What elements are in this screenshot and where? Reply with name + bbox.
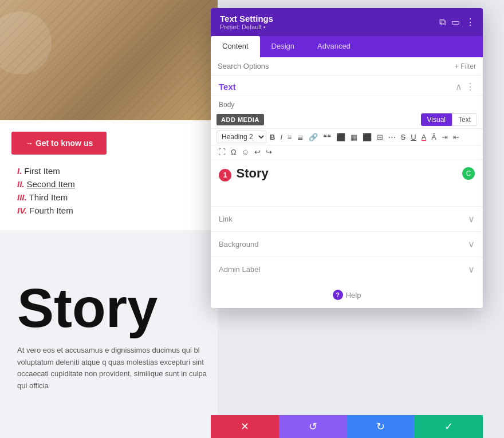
section-title: Text bbox=[219, 82, 236, 92]
add-media-button[interactable]: ADD MEDIA bbox=[216, 114, 264, 125]
redo-button[interactable]: ↻ bbox=[347, 415, 415, 438]
redo-button[interactable]: ↪ bbox=[264, 147, 274, 157]
bold-button[interactable]: B bbox=[268, 132, 277, 142]
cta-button[interactable]: Get to know us bbox=[11, 132, 107, 155]
circle-decoration bbox=[0, 11, 52, 74]
format-bar-2: ⛶ Ω ☺ ↩ ↪ bbox=[211, 145, 483, 160]
list-roman: II. bbox=[17, 179, 25, 189]
tab-design[interactable]: Design bbox=[260, 36, 306, 57]
admin-label-section-header[interactable]: Admin Label ∨ bbox=[211, 257, 483, 282]
help-label[interactable]: Help bbox=[346, 291, 361, 299]
tab-content[interactable]: Content bbox=[211, 36, 260, 57]
text-view-button[interactable]: Text bbox=[452, 113, 477, 126]
list-roman: I. bbox=[17, 166, 22, 176]
cancel-button[interactable]: ✕ bbox=[211, 415, 279, 438]
green-dot-indicator: C bbox=[462, 167, 475, 180]
search-input[interactable] bbox=[218, 62, 455, 70]
panel-subtitle: Preset: Default • bbox=[220, 23, 273, 30]
admin-chevron-icon: ∨ bbox=[468, 264, 475, 275]
unordered-list-button[interactable]: ≡ bbox=[286, 132, 294, 142]
numbered-list: I.First Item II.Second Item III.Third It… bbox=[17, 166, 206, 215]
section-menu-button[interactable]: ⋮ bbox=[466, 81, 475, 92]
section-controls: ∧ ⋮ bbox=[455, 81, 475, 92]
blockquote-button[interactable]: ❝❝ bbox=[321, 132, 333, 142]
text-settings-panel: Text Settings Preset: Default • ⧉ ▭ ⋮ Co… bbox=[211, 8, 483, 308]
save-icon: ✓ bbox=[444, 420, 453, 433]
list-item-text: Third Item bbox=[29, 192, 68, 202]
list-roman: IV. bbox=[17, 206, 27, 215]
text-section-header: Text ∧ ⋮ bbox=[211, 76, 483, 96]
cancel-icon: ✕ bbox=[241, 420, 249, 433]
view-toggle: Visual Text bbox=[421, 113, 477, 126]
link-button[interactable]: 🔗 bbox=[307, 132, 320, 142]
step-badge: 1 bbox=[219, 169, 231, 181]
body-label: Body bbox=[211, 96, 483, 111]
fullscreen-button[interactable]: ⛶ bbox=[216, 147, 227, 157]
more-formats-button[interactable]: ⋯ bbox=[387, 132, 397, 142]
panel-title: Text Settings bbox=[220, 14, 273, 23]
collapse-button[interactable]: ∧ bbox=[455, 81, 462, 92]
admin-label: Admin Label bbox=[219, 265, 260, 274]
underline-button[interactable]: U bbox=[409, 132, 418, 142]
table-button[interactable]: ⊞ bbox=[375, 132, 385, 142]
undo-button[interactable]: ↺ bbox=[279, 415, 347, 438]
rtl-button[interactable]: ⇤ bbox=[451, 132, 461, 142]
background-section: Background ∨ bbox=[211, 231, 483, 257]
background-label: Background bbox=[219, 240, 258, 248]
panel-header-icons: ⧉ ▭ ⋮ bbox=[439, 17, 475, 27]
list-roman: III. bbox=[17, 192, 27, 202]
filter-button[interactable]: Filter bbox=[455, 62, 476, 70]
link-chevron-icon: ∨ bbox=[468, 214, 475, 224]
redo-icon: ↻ bbox=[376, 420, 385, 433]
text-color-button[interactable]: A bbox=[420, 132, 428, 142]
strikethrough-button[interactable]: S bbox=[399, 132, 408, 142]
body-text: At vero eos et accusamus e dignissimos d… bbox=[17, 345, 218, 392]
help-section: ? Help bbox=[211, 282, 483, 308]
link-section: Link ∨ bbox=[211, 206, 483, 231]
ordered-list-button[interactable]: ≣ bbox=[296, 132, 305, 142]
stairs-image bbox=[0, 0, 218, 120]
undo-button[interactable]: ↩ bbox=[253, 147, 262, 157]
tab-advanced[interactable]: Advanced bbox=[306, 36, 362, 57]
background-section-header[interactable]: Background ∨ bbox=[211, 232, 483, 257]
list-item-text: First Item bbox=[24, 166, 60, 176]
save-button[interactable]: ✓ bbox=[415, 415, 483, 438]
editor-area[interactable]: 1 Story C bbox=[211, 160, 483, 206]
search-bar: Filter bbox=[211, 57, 483, 76]
panel-tabs: Content Design Advanced bbox=[211, 36, 483, 57]
panel-icon[interactable]: ▭ bbox=[451, 17, 460, 27]
page-middle-section: Get to know us I.First Item II.Second It… bbox=[0, 120, 218, 230]
special-chars-button[interactable]: Ω bbox=[229, 147, 238, 157]
story-section: Story At vero eos et accusamus e digniss… bbox=[0, 281, 218, 392]
bottom-action-bar: ✕ ↺ ↻ ✓ bbox=[211, 415, 483, 438]
align-right-button[interactable]: ⬛ bbox=[361, 132, 373, 142]
story-heading: Story bbox=[17, 281, 218, 336]
italic-button[interactable]: I bbox=[278, 132, 284, 142]
link-section-header[interactable]: Link ∨ bbox=[211, 207, 483, 231]
panel-header: Text Settings Preset: Default • ⧉ ▭ ⋮ bbox=[211, 8, 483, 36]
admin-label-section: Admin Label ∨ bbox=[211, 257, 483, 282]
align-left-button[interactable]: ⬛ bbox=[334, 132, 347, 142]
link-label: Link bbox=[219, 215, 233, 223]
emoji-button[interactable]: ☺ bbox=[240, 147, 251, 157]
editor-toolbar: ADD MEDIA Visual Text bbox=[211, 111, 483, 129]
undo-icon: ↺ bbox=[309, 420, 317, 433]
heading-select[interactable]: Heading 2 Heading 1 Heading 3 Paragraph bbox=[216, 131, 266, 143]
list-item-text: Second Item bbox=[27, 179, 75, 189]
list-item-text: Fourth Item bbox=[29, 206, 73, 215]
align-center-button[interactable]: ▦ bbox=[349, 132, 359, 142]
editor-content[interactable]: Story bbox=[236, 166, 268, 180]
more-options-icon[interactable]: ⋮ bbox=[466, 17, 475, 27]
format-bar-1: Heading 2 Heading 1 Heading 3 Paragraph … bbox=[211, 129, 483, 145]
list-item: IV.Fourth Item bbox=[17, 206, 206, 215]
list-item: I.First Item bbox=[17, 166, 206, 176]
highlight-button[interactable]: Ā bbox=[430, 132, 438, 142]
page-background: Get to know us I.First Item II.Second It… bbox=[0, 0, 218, 438]
list-item: III.Third Item bbox=[17, 192, 206, 202]
visual-view-button[interactable]: Visual bbox=[421, 113, 452, 126]
copy-icon[interactable]: ⧉ bbox=[439, 17, 446, 27]
indent-button[interactable]: ⇥ bbox=[440, 132, 450, 142]
help-icon: ? bbox=[333, 290, 343, 300]
panel-header-left: Text Settings Preset: Default • bbox=[220, 14, 273, 30]
list-item: II.Second Item bbox=[17, 179, 206, 189]
